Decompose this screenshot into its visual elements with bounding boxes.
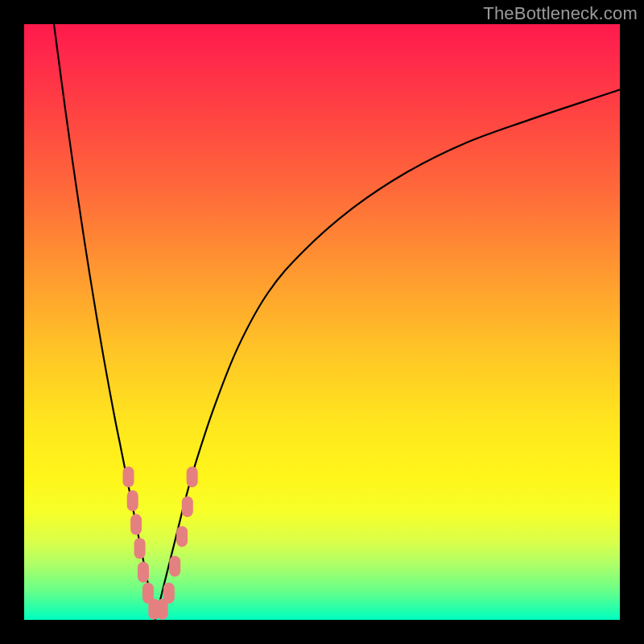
data-marker — [134, 538, 146, 559]
plot-area — [24, 24, 620, 620]
data-marker — [176, 526, 188, 547]
data-marker — [182, 496, 193, 517]
data-marker — [163, 583, 175, 604]
curve-layer — [24, 24, 620, 620]
data-marker — [138, 562, 149, 583]
right-branch-curve — [155, 89, 620, 620]
data-marker — [130, 514, 142, 535]
data-marker — [127, 490, 138, 511]
data-marker — [123, 466, 134, 487]
data-marker — [169, 555, 180, 576]
watermark-text: TheBottleneck.com — [483, 3, 638, 24]
data-marker — [187, 466, 198, 487]
chart-frame: TheBottleneck.com — [0, 0, 644, 644]
